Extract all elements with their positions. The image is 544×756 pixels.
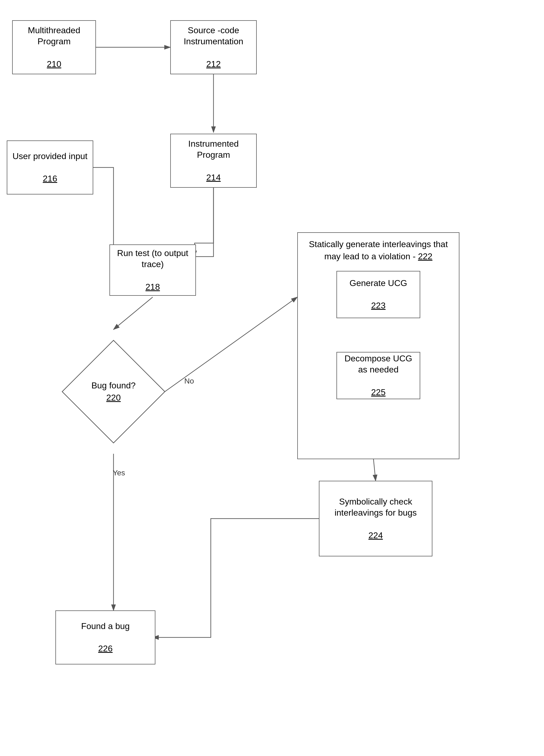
svg-line-4 [165, 297, 297, 392]
svg-text:No: No [184, 377, 194, 385]
multithreaded-program-box: Multithreaded Program210 [12, 20, 96, 74]
symbolically-check-box: Symbolically check interleavings for bug… [319, 481, 432, 556]
svg-line-3 [113, 297, 153, 330]
source-code-instrumentation-box: Source -code Instrumentation212 [170, 20, 257, 74]
flowchart-diagram: NoYesMultithreaded Program210Source -cod… [0, 0, 544, 756]
instrumented-program-box: Instrumented Program214 [170, 134, 257, 188]
run-test-box: Run test (to output trace)218 [109, 244, 196, 296]
decompose-ucg-box: Decompose UCG as needed225 [337, 352, 420, 399]
found-a-bug-box: Found a bug226 [55, 610, 155, 664]
generate-ucg-box: Generate UCG223 [337, 271, 420, 318]
statically-generate-outer-box: Statically generate interleavings that m… [297, 232, 459, 459]
bug-found-diamond: Bug found? 220 [59, 338, 167, 446]
user-provided-input-box: User provided input216 [7, 140, 93, 194]
svg-text:Yes: Yes [113, 469, 125, 477]
